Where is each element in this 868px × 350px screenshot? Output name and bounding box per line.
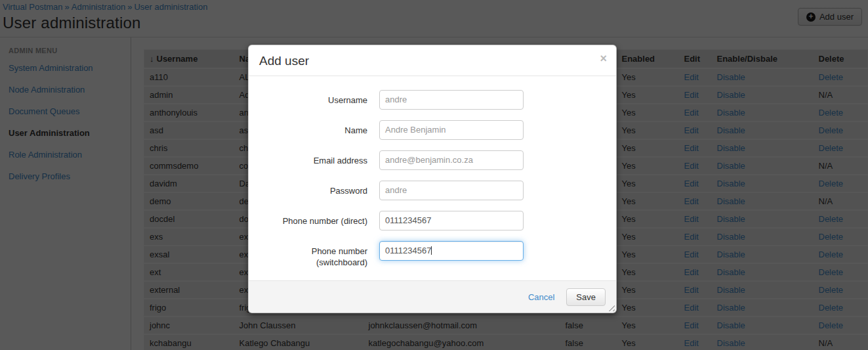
save-button[interactable]: Save bbox=[566, 288, 606, 306]
username-input[interactable]: andre bbox=[379, 90, 524, 110]
cancel-button[interactable]: Cancel bbox=[528, 292, 554, 302]
form-row: Name Andre Benjamin bbox=[259, 120, 606, 140]
phone-number-switchboard-input[interactable]: 0111234567 bbox=[379, 241, 524, 261]
field-label: Username bbox=[259, 90, 367, 106]
form-row: Username andre bbox=[259, 90, 606, 110]
modal-title: Add user bbox=[259, 54, 309, 68]
password-input[interactable]: andre bbox=[379, 181, 524, 200]
add-user-modal: Add user × Username andre Name Andre Ben… bbox=[248, 45, 617, 313]
phone-number-direct-input[interactable]: 0111234567 bbox=[379, 211, 524, 230]
close-icon[interactable]: × bbox=[600, 53, 607, 64]
text-cursor bbox=[431, 246, 432, 255]
field-label: Password bbox=[259, 181, 367, 196]
form-row: Phone number (switchboard) 0111234567 bbox=[259, 241, 606, 268]
field-label: Name bbox=[259, 120, 367, 136]
name-input[interactable]: Andre Benjamin bbox=[379, 120, 524, 140]
modal-header: Add user × bbox=[249, 45, 616, 76]
form-row: Phone number (direct) 0111234567 bbox=[259, 211, 606, 230]
form-row: Email address andre@benjamin.co.za bbox=[259, 150, 606, 170]
field-label: Phone number (direct) bbox=[259, 211, 367, 227]
field-label: Email address bbox=[259, 150, 367, 166]
modal-footer: Cancel Save bbox=[249, 280, 616, 313]
modal-fields: Username andre Name Andre Benjamin Email… bbox=[249, 76, 616, 280]
form-row: Password andre bbox=[259, 181, 606, 200]
field-label: Phone number (switchboard) bbox=[259, 241, 367, 268]
resize-grip-icon[interactable] bbox=[606, 303, 615, 311]
email-address-input[interactable]: andre@benjamin.co.za bbox=[379, 150, 524, 170]
